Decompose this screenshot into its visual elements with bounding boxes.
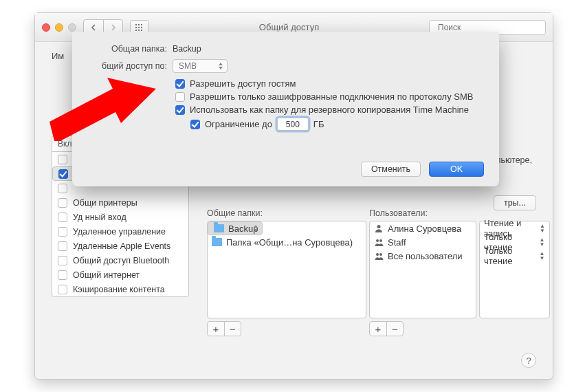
stepper-icon[interactable]: ▲▼ — [539, 237, 545, 247]
encrypted-smb-checkbox[interactable] — [175, 92, 185, 102]
svg-rect-3 — [135, 27, 137, 28]
people-icon — [374, 237, 384, 247]
service-row[interactable]: Общий интернет — [52, 268, 188, 282]
folders-addremove: + − — [207, 321, 241, 336]
users-addremove: + − — [369, 321, 404, 336]
service-checkbox[interactable] — [58, 270, 67, 280]
limit-checkbox[interactable] — [190, 120, 200, 129]
stepper-icon[interactable]: ▲▼ — [540, 224, 545, 233]
guest-access-label: Разрешить доступ гостям — [190, 78, 296, 89]
guest-access-checkbox[interactable] — [175, 79, 185, 89]
search-icon — [434, 23, 434, 32]
svg-point-10 — [377, 225, 381, 228]
user-label: Staff — [388, 237, 406, 248]
service-label: Общий доступ Bluetooth — [73, 256, 169, 265]
people-icon — [374, 251, 384, 261]
service-checkbox[interactable] — [58, 169, 68, 179]
service-label: Общи принтеры — [73, 198, 137, 208]
svg-rect-7 — [138, 30, 140, 31]
svg-rect-4 — [138, 27, 140, 28]
text-fragment: пьютере, — [496, 155, 532, 165]
folder-label: Общая папка: — [87, 44, 167, 54]
limit-input[interactable] — [277, 118, 309, 131]
folder-row[interactable]: Папка «Общи…на Суровцева) — [208, 235, 366, 249]
service-row[interactable]: Общий доступ Bluetooth — [52, 253, 188, 268]
svg-rect-6 — [135, 30, 137, 31]
svg-rect-1 — [138, 24, 140, 25]
minimize-icon[interactable] — [55, 23, 63, 32]
encrypted-smb-label: Разрешить только зашифрованные подключен… — [190, 91, 473, 102]
service-checkbox[interactable] — [58, 155, 67, 164]
options-button[interactable]: тры... — [494, 195, 536, 210]
users-header: Пользователи: — [369, 208, 428, 218]
service-row[interactable]: Общи принтеры — [52, 195, 188, 210]
service-checkbox[interactable] — [58, 285, 67, 294]
folder-add-button[interactable]: + — [208, 322, 224, 336]
help-button[interactable]: ? — [521, 353, 536, 368]
person-icon — [374, 224, 384, 233]
svg-point-12 — [379, 239, 382, 242]
stepper-icon[interactable]: ▲▼ — [539, 251, 545, 261]
share-label: бщий доступ по: — [87, 61, 167, 71]
folder-row[interactable]: Backup — [208, 221, 263, 235]
service-checkbox[interactable] — [58, 213, 67, 222]
service-checkbox[interactable] — [58, 227, 67, 237]
service-row[interactable]: Удаленное управление — [52, 224, 188, 239]
service-checkbox[interactable] — [58, 256, 67, 265]
service-label: Удаленное управление — [73, 227, 166, 237]
folder-value: Backup — [173, 44, 201, 54]
timemachine-label: Использовать как папку для резервного ко… — [190, 105, 469, 115]
limit-unit: ГБ — [313, 119, 324, 129]
user-row[interactable]: Алина Суровцева — [370, 221, 476, 235]
svg-rect-8 — [141, 30, 142, 31]
service-row[interactable]: Уд нный вход — [52, 210, 188, 224]
service-row[interactable]: Удаленные Apple Events — [52, 239, 188, 253]
user-label: Все пользователи — [388, 251, 463, 261]
svg-rect-0 — [135, 24, 137, 25]
folders-list[interactable]: BackupПапка «Общи…на Суровцева) — [207, 221, 366, 318]
user-add-button[interactable]: + — [370, 322, 386, 336]
service-row[interactable]: Кэширование контента — [52, 282, 188, 296]
limit-label: Ограничение до — [205, 119, 272, 129]
folder-remove-button[interactable]: − — [224, 322, 241, 336]
close-icon[interactable] — [42, 23, 50, 32]
search-input[interactable] — [438, 23, 541, 32]
advanced-sheet: Общая папка: Backup бщий доступ по: SMB … — [72, 32, 499, 186]
service-label: Уд нный вход — [73, 213, 126, 222]
label-fragment: Им — [52, 51, 64, 61]
user-remove-button[interactable]: − — [386, 322, 403, 336]
folder-icon — [212, 238, 222, 246]
service-label: Кэширование контента — [73, 285, 165, 294]
folder-label: Папка «Общи…на Суровцева) — [226, 237, 353, 248]
user-row[interactable]: Все пользователи — [370, 249, 476, 263]
folders-header: Общие папки: — [207, 208, 263, 218]
svg-point-13 — [376, 253, 379, 256]
svg-rect-5 — [141, 27, 142, 28]
service-label: Общий интернет — [73, 270, 140, 280]
permissions-list[interactable]: Чтение и запись▲▼Только чтение▲▼Только ч… — [479, 221, 550, 318]
user-label: Алина Суровцева — [388, 224, 461, 234]
window-title: Общий доступ — [156, 22, 422, 32]
service-checkbox[interactable] — [58, 198, 67, 208]
svg-rect-2 — [141, 24, 142, 25]
svg-point-14 — [379, 253, 382, 256]
ok-button[interactable]: OK — [429, 162, 484, 177]
service-checkbox[interactable] — [58, 184, 67, 193]
folder-icon — [214, 224, 224, 232]
zoom-icon — [68, 23, 76, 32]
service-label: Удаленные Apple Events — [73, 241, 170, 251]
service-checkbox[interactable] — [58, 241, 67, 251]
user-row[interactable]: Staff — [370, 235, 476, 249]
folder-label: Backup — [228, 224, 258, 234]
svg-point-11 — [376, 239, 379, 242]
cancel-button[interactable]: Отменить — [361, 162, 421, 177]
share-protocol-select[interactable]: SMB — [173, 59, 228, 73]
users-list[interactable]: Алина СуровцеваStaffВсе пользователи — [369, 221, 476, 318]
permission-row[interactable]: Только чтение▲▼ — [480, 249, 549, 263]
permission-label: Только чтение — [484, 246, 539, 266]
timemachine-checkbox[interactable] — [175, 105, 185, 115]
traffic-lights — [42, 23, 76, 32]
